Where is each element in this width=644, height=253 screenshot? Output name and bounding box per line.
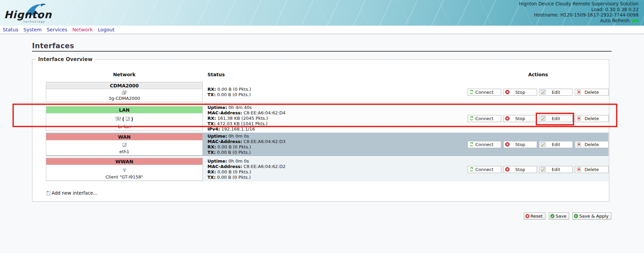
network-box: WWAN Client "GT-I9158"	[46, 158, 203, 181]
interface-name: 3g-CDMA2000	[46, 96, 202, 102]
connect-button[interactable]: Connect	[468, 115, 501, 122]
network-cell: WAN eth1	[46, 133, 203, 156]
actions-cell: Connect Stop Edit Delete	[468, 141, 609, 148]
status-line: TX: 0.00 B (0 Pkts.)	[207, 150, 468, 155]
save-apply-icon	[574, 214, 578, 218]
footer-actions: Reset Save Save & Apply	[0, 213, 611, 220]
refresh-icon	[469, 90, 474, 94]
status-line: TX: 0.00 B (0 Pkts.)	[207, 92, 468, 97]
logo-subtitle: technology	[24, 20, 45, 23]
status-line-ipv4: IPv4: 192.168.1.1/16	[207, 126, 468, 132]
stop-button[interactable]: Stop	[503, 166, 537, 173]
delete-button[interactable]: Delete	[575, 166, 609, 173]
status-line: Uptime: 0h 0m 0s	[207, 159, 468, 164]
bridge-ports-icon	[115, 117, 121, 121]
interface-name: eth1	[46, 149, 202, 155]
status-line: Uptime: 0h 4m 40s	[207, 105, 468, 110]
ethernet-port-icon	[122, 143, 127, 147]
modem-3g-icon	[122, 90, 127, 95]
status-cell: RX: 0.00 B (0 Pkts.) TX: 0.00 B (0 Pkts.…	[203, 87, 468, 97]
connect-button[interactable]: Connect	[468, 141, 501, 148]
hostname-value: H120-1509-1617-2932-7744-0098	[560, 12, 639, 18]
stop-button[interactable]: Stop	[503, 141, 537, 148]
status-line: Uptime: 0h 0m 0s	[207, 134, 468, 139]
status-line: RX: 0.00 B (0 Pkts.)	[207, 144, 468, 150]
edit-button[interactable]: Edit	[539, 141, 573, 148]
network-box: WAN eth1	[46, 133, 203, 156]
edit-button[interactable]: Edit	[539, 89, 573, 96]
edit-button[interactable]: Edit	[539, 166, 573, 173]
network-name-badge: WWAN	[46, 158, 202, 165]
edit-icon	[541, 142, 545, 147]
stop-icon	[505, 90, 510, 94]
section-legend: Interface Overview	[36, 56, 95, 62]
connect-button[interactable]: Connect	[468, 166, 501, 173]
auto-refresh-line: Auto Refresh: on	[519, 18, 639, 24]
nav-item-network[interactable]: Network	[72, 27, 93, 32]
edit-icon	[541, 167, 545, 172]
table-row-wan: WAN eth1 Uptime: 0h 0m 0s MAC-Address: C…	[46, 133, 609, 156]
delete-icon	[577, 116, 581, 121]
stop-button[interactable]: Stop	[503, 115, 537, 122]
interface-name: br-lan	[46, 124, 202, 130]
network-cell: WWAN Client "GT-I9158"	[46, 157, 203, 181]
status-line: RX: 0.00 B (0 Pkts.)	[207, 169, 468, 175]
wifi-signal-icon	[122, 168, 127, 172]
table-row-lan: LAN ( ) br-lan	[46, 106, 609, 131]
delete-button[interactable]: Delete	[575, 115, 609, 122]
table-row-wwan: WWAN Client "GT-I9158" Uptime: 0h 0m 0s …	[46, 157, 609, 181]
actions-cell: Connect Stop Edit Delete	[468, 89, 609, 96]
stop-icon	[505, 116, 510, 121]
hostname-line: Hostname: H120-1509-1617-2932-7744-0098	[519, 12, 639, 18]
status-cell: Uptime: 0h 0m 0s MAC-Address: C8:EE:A6:0…	[203, 134, 468, 155]
status-cell: Uptime: 0h 0m 0s MAC-Address: C8:EE:A6:0…	[203, 159, 468, 180]
reset-button[interactable]: Reset	[524, 213, 545, 220]
delete-icon	[577, 142, 581, 147]
nav-item-logout[interactable]: Logout	[98, 27, 115, 32]
product-line: Hignton Device Cloudy Remote Supervisory…	[519, 1, 639, 7]
nav-item-system[interactable]: System	[23, 27, 41, 32]
delete-icon	[577, 90, 581, 94]
status-line: TX: 0.00 B (0 Pkts.)	[207, 175, 468, 180]
save-apply-button[interactable]: Save & Apply	[572, 213, 611, 220]
page-title: Interfaces	[32, 42, 74, 50]
table-header-row: Network Status Actions	[46, 72, 609, 79]
edit-icon	[541, 90, 545, 94]
status-cell: Uptime: 0h 4m 40s MAC-Address: C8:EE:A6:…	[203, 105, 468, 132]
interfaces-table: Network Status Actions CDMA2000 3g-CDMA2…	[46, 72, 609, 181]
stop-button[interactable]: Stop	[503, 89, 537, 96]
status-line: RX: 161.38 KB (2045 Pkts.)	[207, 116, 468, 121]
brand-logo: Hignton technology	[4, 3, 61, 24]
status-line: MAC-Address: C8:EE:A6:04:62:D4	[207, 110, 468, 116]
status-line: MAC-Address: C8:EE:A6:04:62:D2	[207, 164, 468, 169]
reset-icon	[525, 214, 530, 218]
title-underline	[32, 51, 612, 52]
connect-button[interactable]: Connect	[468, 89, 501, 96]
edit-button-lan[interactable]: Edit	[539, 115, 573, 122]
device-info-block: Hignton Device Cloudy Remote Supervisory…	[519, 1, 639, 23]
refresh-icon	[469, 116, 474, 121]
delete-button[interactable]: Delete	[575, 141, 609, 148]
refresh-icon	[469, 142, 474, 147]
save-icon	[550, 214, 555, 218]
header-banner: Hignton technology Hignton Device Cloudy…	[0, 0, 644, 26]
network-name-badge: WAN	[46, 134, 202, 140]
paren-close: )	[131, 116, 133, 122]
status-line: RX: 0.00 B (0 Pkts.)	[207, 87, 468, 92]
save-button[interactable]: Save	[549, 213, 569, 220]
edit-icon	[541, 116, 545, 121]
nav-item-status[interactable]: Status	[3, 27, 18, 32]
refresh-icon	[469, 167, 474, 172]
auto-refresh-status: on	[632, 18, 639, 23]
network-name-badge: LAN	[46, 107, 202, 113]
network-name-badge: CDMA2000	[46, 82, 202, 89]
add-new-interface-link[interactable]: Add new interface...	[46, 190, 97, 196]
logo-text: Hignton	[4, 9, 52, 21]
interface-overview-section: Interface Overview Network Status Action…	[32, 59, 609, 202]
stop-icon	[505, 167, 510, 172]
paren-open: (	[122, 116, 124, 122]
nav-item-services[interactable]: Services	[47, 27, 67, 32]
actions-cell: Connect Stop Edit Delete	[468, 115, 609, 122]
delete-button[interactable]: Delete	[575, 89, 609, 96]
column-header-network: Network	[46, 72, 203, 79]
